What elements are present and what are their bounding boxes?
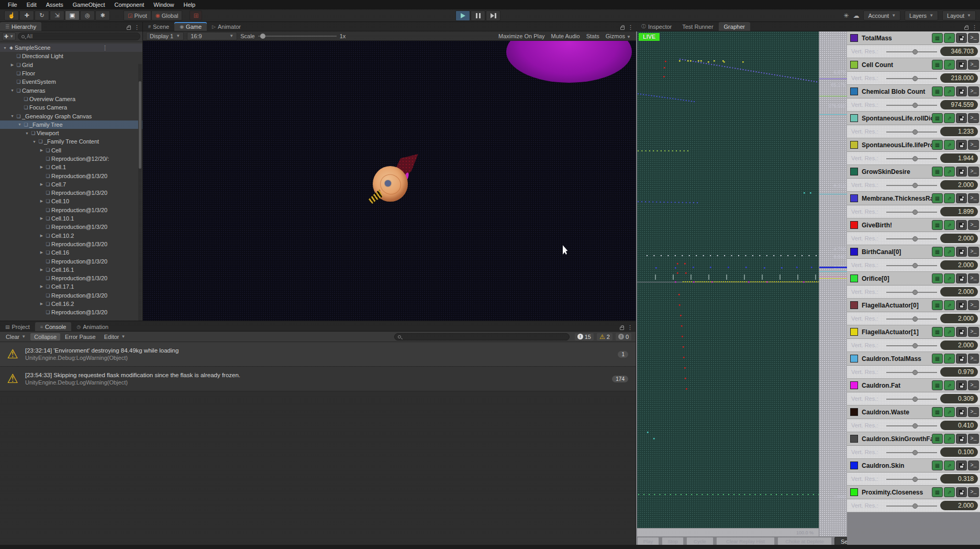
vert-res-slider-knob[interactable]: [912, 263, 918, 268]
hierarchy-row-overview-camera[interactable]: ❏Overview Camera: [0, 95, 142, 103]
channel-console-button[interactable]: >_: [968, 86, 979, 96]
menu-item-assets[interactable]: Assets: [41, 1, 68, 9]
expander-icon[interactable]: ▶: [39, 284, 44, 289]
channel-grid-button[interactable]: ▦: [932, 354, 943, 364]
tab-project[interactable]: ▤Project: [0, 322, 35, 331]
tab-grapher[interactable]: Grapher: [719, 22, 750, 31]
channel-trend-button[interactable]: ⇗: [944, 60, 955, 70]
vert-res-value[interactable]: 346.703: [940, 47, 978, 56]
create-object-button[interactable]: ✚▼: [2, 32, 16, 40]
channel-grid-button[interactable]: ▦: [932, 86, 943, 96]
hierarchy-row-reproduction-1-3-20[interactable]: ❏Reproduction@1/3/20: [0, 171, 142, 180]
hierarchy-row-reproduction-1-3-20[interactable]: ❏Reproduction@1/3/20: [0, 206, 142, 214]
vert-res-slider[interactable]: [886, 292, 937, 293]
channel-console-button[interactable]: >_: [968, 220, 979, 230]
channel-grid-button[interactable]: ▦: [932, 60, 943, 70]
vert-res-slider[interactable]: [886, 131, 937, 133]
hierarchy-row-floor[interactable]: ❏Floor: [0, 69, 142, 78]
hierarchy-row-reproduction-1-3-20[interactable]: ❏Reproduction@1/3/20: [0, 240, 142, 248]
channel-console-button[interactable]: >_: [968, 167, 979, 177]
channel-color-swatch[interactable]: [850, 328, 858, 336]
stats-toggle[interactable]: Stats: [586, 33, 599, 39]
channel-console-button[interactable]: >_: [968, 33, 979, 43]
kebab-menu-icon[interactable]: ⋮: [972, 24, 977, 31]
channel-color-swatch[interactable]: [850, 381, 858, 389]
channel-color-swatch[interactable]: [850, 34, 858, 42]
vert-res-slider[interactable]: [886, 372, 937, 373]
tab-animator[interactable]: ▷Animator: [207, 22, 246, 31]
vert-res-slider-knob[interactable]: [912, 129, 918, 135]
kebab-menu-icon[interactable]: ⋮: [627, 324, 633, 331]
lock-icon[interactable]: [620, 27, 625, 30]
channel-color-swatch[interactable]: [850, 248, 858, 256]
expander-icon[interactable]: ▼: [9, 89, 15, 92]
channel-console-button[interactable]: >_: [968, 327, 979, 337]
hierarchy-row-cell-7[interactable]: ▶❏Cell.7: [0, 180, 142, 189]
channel-name-row[interactable]: GiveBirth!▦⇗>_: [847, 218, 980, 232]
channel-color-swatch[interactable]: [850, 87, 858, 95]
expander-icon[interactable]: ▼: [24, 131, 30, 135]
hierarchy-row-grid[interactable]: ▶❏Grid: [0, 61, 142, 69]
vert-res-slider-knob[interactable]: [912, 210, 918, 215]
expander-icon[interactable]: ▶: [39, 268, 44, 272]
menu-item-edit[interactable]: Edit: [22, 1, 41, 9]
channel-grid-button[interactable]: ▦: [932, 487, 943, 497]
editor-dropdown[interactable]: Editor▼: [101, 333, 129, 341]
channel-grid-button[interactable]: ▦: [932, 273, 943, 283]
layers-dropdown[interactable]: Layers▼: [905, 10, 938, 20]
play-button[interactable]: [455, 10, 470, 21]
vert-res-slider-knob[interactable]: [912, 370, 918, 375]
channel-console-button[interactable]: >_: [968, 487, 979, 497]
channel-name-row[interactable]: Cell Count▦⇗>_: [847, 58, 980, 72]
channel-save-button[interactable]: [956, 380, 967, 390]
vert-res-slider[interactable]: [886, 158, 937, 159]
channel-console-button[interactable]: >_: [968, 407, 979, 417]
expander-icon[interactable]: ▶: [39, 302, 44, 306]
vert-res-slider-knob[interactable]: [912, 316, 918, 322]
hierarchy-row-cell-16-1[interactable]: ▶❏Cell.16.1: [0, 266, 142, 274]
game-viewport[interactable]: [143, 41, 636, 321]
vert-res-slider[interactable]: [886, 452, 937, 453]
channel-name-row[interactable]: Membrane.ThicknessRa▦⇗>_: [847, 192, 980, 205]
vert-res-slider[interactable]: [886, 399, 937, 400]
custom-tool[interactable]: ✱: [95, 10, 110, 20]
hierarchy-row-viewport[interactable]: ▼❏Viewport: [0, 129, 142, 137]
channel-console-button[interactable]: >_: [968, 380, 979, 390]
grapher-plot[interactable]: LIVE: [637, 31, 819, 528]
hierarchy-row-genealogy-graph-canvas[interactable]: ▼❏_Genealogy Graph Canvas: [0, 112, 142, 120]
channel-save-button[interactable]: [956, 327, 967, 337]
channel-grid-button[interactable]: ▦: [932, 327, 943, 337]
expander-icon[interactable]: ▼: [2, 46, 8, 50]
channel-grid-button[interactable]: ▦: [932, 140, 943, 150]
channel-name-row[interactable]: GrowSkinDesire▦⇗>_: [847, 165, 980, 179]
expander-icon[interactable]: ▶: [39, 216, 44, 221]
vert-res-slider[interactable]: [886, 185, 937, 186]
channel-grid-button[interactable]: ▦: [932, 460, 943, 470]
vert-res-value[interactable]: 974.559: [940, 100, 978, 109]
channel-console-button[interactable]: >_: [968, 273, 979, 283]
menu-item-help[interactable]: Help: [179, 1, 200, 9]
channel-name-row[interactable]: Orifice[0]▦⇗>_: [847, 272, 980, 286]
channel-save-button[interactable]: [956, 60, 967, 70]
channel-color-swatch[interactable]: [850, 221, 858, 229]
tab-test-runner[interactable]: Test Runner: [677, 22, 718, 31]
plot-horizontal-scrollbar[interactable]: 100.0 %: [637, 528, 819, 536]
channel-save-button[interactable]: [956, 434, 967, 444]
channel-save-button[interactable]: [956, 113, 967, 123]
channel-save-button[interactable]: [956, 220, 967, 230]
channel-trend-button[interactable]: ⇗: [944, 193, 955, 203]
channel-trend-button[interactable]: ⇗: [944, 273, 955, 283]
error-count[interactable]: !0: [616, 333, 631, 341]
layout-dropdown[interactable]: Layout▼: [942, 10, 976, 20]
error-pause-toggle[interactable]: Error Pause: [61, 333, 99, 341]
channel-grid-button[interactable]: ▦: [932, 300, 943, 310]
vert-res-value[interactable]: 1.899: [940, 207, 978, 216]
channel-color-swatch[interactable]: [850, 61, 858, 69]
channel-name-row[interactable]: TotalMass▦⇗>_: [847, 31, 980, 45]
vert-res-slider[interactable]: [886, 238, 937, 239]
expander-icon[interactable]: ▶: [9, 63, 15, 67]
global-toggle[interactable]: ◉Global: [151, 10, 183, 20]
vert-res-slider[interactable]: [886, 479, 937, 480]
channel-save-button[interactable]: [956, 193, 967, 203]
vert-res-value[interactable]: 1.944: [940, 153, 978, 163]
